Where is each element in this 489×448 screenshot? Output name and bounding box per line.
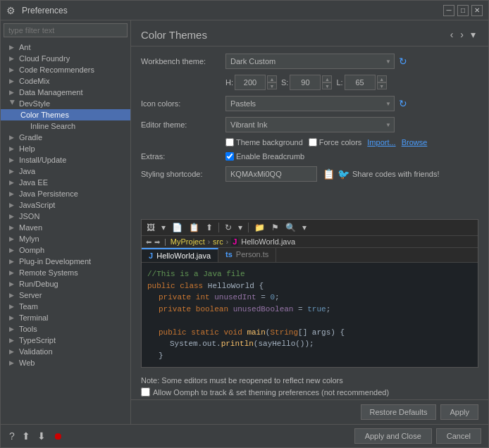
saturation-input[interactable] <box>290 75 321 90</box>
icon-colors-refresh-button[interactable]: ↻ <box>397 97 409 111</box>
sidebar-item-java-ee[interactable]: ▶ Java EE <box>1 177 130 188</box>
main-layout: ▶ Ant ▶ Cloud Foundry ▶ Code Recommender… <box>1 20 488 424</box>
record-icon[interactable]: ⏺ <box>51 429 64 443</box>
sidebar-item-web[interactable]: ▶ Web <box>1 357 130 368</box>
oomph-checkbox[interactable] <box>141 387 150 397</box>
export-icon[interactable]: ⬇ <box>36 429 47 443</box>
restore-defaults-button[interactable]: Restore Defaults <box>361 404 437 420</box>
nav-back-icon: ⬅ <box>146 238 151 246</box>
hue-down-button[interactable]: ▼ <box>267 82 277 89</box>
nav-dropdown-button[interactable]: ▾ <box>468 27 478 42</box>
light-down-button[interactable]: ▼ <box>377 82 387 89</box>
cancel-button[interactable]: Cancel <box>436 428 481 444</box>
sidebar-item-help[interactable]: ▶ Help <box>1 143 130 154</box>
sidebar-item-ant[interactable]: ▶ Ant <box>1 42 130 53</box>
sat-up-button[interactable]: ▲ <box>322 75 332 82</box>
sidebar-item-inline-search[interactable]: Inline Search <box>1 120 130 132</box>
sidebar-item-remote-systems[interactable]: ▶ Remote Systems <box>1 267 130 278</box>
workbench-theme-dropdown[interactable]: Dark Custom ▼ <box>225 54 395 69</box>
nav-chevron-2: › <box>226 238 228 246</box>
icon-colors-label: Icon colors: <box>141 99 225 108</box>
sidebar-item-json[interactable]: ▶ JSON <box>1 211 130 222</box>
tree-arrow: ▶ <box>9 55 16 62</box>
force-colors-checkbox[interactable] <box>309 138 317 147</box>
tb-dropdown-3[interactable]: ▾ <box>300 222 309 233</box>
hue-field: H: ▲ ▼ <box>225 75 277 90</box>
help-icon[interactable]: ? <box>8 429 16 443</box>
apply-button[interactable]: Apply <box>440 404 478 420</box>
chevron-down-icon: ▼ <box>385 122 391 128</box>
tb-btn-5[interactable]: ↻ <box>223 222 234 233</box>
form-area: Workbench theme: Dark Custom ▼ ↻ H: <box>131 46 488 219</box>
tb-btn-2[interactable]: 📄 <box>170 222 185 233</box>
workbench-theme-row: Workbench theme: Dark Custom ▼ ↻ <box>141 54 478 69</box>
nav-forward-button[interactable]: › <box>457 27 466 42</box>
sidebar-item-label: TypeScript <box>19 336 56 344</box>
sat-down-button[interactable]: ▼ <box>322 82 332 89</box>
hue-up-button[interactable]: ▲ <box>267 75 277 82</box>
tb-btn-6[interactable]: 📁 <box>252 222 267 233</box>
sidebar-item-java-persistence[interactable]: ▶ Java Persistence <box>1 188 130 199</box>
tb-dropdown-1[interactable]: ▾ <box>159 222 168 233</box>
sidebar-item-terminal[interactable]: ▶ Terminal <box>1 312 130 323</box>
theme-background-checkbox[interactable] <box>225 138 234 147</box>
sidebar-item-data-management[interactable]: ▶ Data Management <box>1 87 130 98</box>
apply-close-button[interactable]: Apply and Close <box>354 428 432 444</box>
import-button[interactable]: Import... <box>367 138 395 147</box>
sidebar-item-typescript[interactable]: ▶ TypeScript <box>1 335 130 346</box>
sidebar-item-java[interactable]: ▶ Java <box>1 166 130 177</box>
icon-colors-row: Icon colors: Pastels ▼ ↻ <box>141 96 478 111</box>
sidebar-item-oomph[interactable]: ▶ Oomph <box>1 244 130 256</box>
sidebar-item-tools[interactable]: ▶ Tools <box>1 323 130 335</box>
close-button[interactable]: ✕ <box>471 5 483 16</box>
tree-arrow: ▶ <box>9 213 16 220</box>
sidebar-item-cloud-foundry[interactable]: ▶ Cloud Foundry <box>1 53 130 64</box>
editor-theme-dropdown[interactable]: Vibrant Ink ▼ <box>225 117 395 132</box>
tb-btn-4[interactable]: ⬆ <box>204 222 215 233</box>
sidebar-item-label: Web <box>19 359 35 367</box>
tb-search-button[interactable]: 🔍 <box>283 222 298 233</box>
sidebar-item-label: Ant <box>19 43 31 51</box>
enable-breadcrumb-checkbox[interactable] <box>225 152 234 161</box>
workbench-refresh-button[interactable]: ↻ <box>397 54 409 68</box>
lightness-input[interactable] <box>345 75 376 90</box>
copy-shortcode-button[interactable]: 📋 <box>323 168 335 180</box>
tb-btn-7[interactable]: ⚑ <box>269 222 281 233</box>
browse-button[interactable]: Browse <box>402 138 428 147</box>
tree-arrow: ▶ <box>9 247 16 254</box>
shortcode-input[interactable] <box>225 166 317 182</box>
sidebar-item-run-debug[interactable]: ▶ Run/Debug <box>1 278 130 290</box>
import-icon[interactable]: ⬆ <box>20 429 32 443</box>
hue-input[interactable] <box>235 75 266 90</box>
filter-input[interactable] <box>4 23 128 37</box>
icon-colors-dropdown[interactable]: Pastels ▼ <box>225 96 395 111</box>
sidebar-item-javascript[interactable]: ▶ JavaScript <box>1 199 130 211</box>
sidebar-item-maven[interactable]: ▶ Maven <box>1 222 130 233</box>
light-up-button[interactable]: ▲ <box>377 75 387 82</box>
tb-btn-3[interactable]: 📋 <box>187 222 202 233</box>
tab-person[interactable]: ts Person.ts <box>218 248 276 262</box>
sidebar-item-label: Java <box>19 167 35 175</box>
sidebar-item-validation[interactable]: ▶ Validation <box>1 346 130 357</box>
minimize-button[interactable]: ─ <box>443 5 454 16</box>
sidebar-item-server[interactable]: ▶ Server <box>1 290 130 301</box>
sidebar-item-devstyle[interactable]: ▶ DevStyle <box>1 98 130 109</box>
sidebar-item-mylyn[interactable]: ▶ Mylyn <box>1 233 130 244</box>
sidebar-item-color-themes[interactable]: Color Themes <box>1 109 130 120</box>
code-line-5 <box>147 315 472 327</box>
sidebar-item-code-recommenders[interactable]: ▶ Code Recommenders <box>1 64 130 75</box>
sidebar-item-codemix[interactable]: ▶ CodeMix <box>1 75 130 87</box>
share-twitter-button[interactable]: 🐦 <box>338 168 349 180</box>
sidebar-item-gradle[interactable]: ▶ Gradle <box>1 132 130 143</box>
sidebar-item-plugin-development[interactable]: ▶ Plug-in Development <box>1 256 130 267</box>
tb-btn-1[interactable]: 🖼 <box>144 222 157 233</box>
tab-helloworld[interactable]: J HelloWorld.java <box>142 248 218 262</box>
maximize-button[interactable]: □ <box>457 5 469 16</box>
nav-back-button[interactable]: ‹ <box>447 27 457 42</box>
saturation-label: S: <box>281 78 288 87</box>
code-line-7: System.out.println(sayHello()); <box>147 338 472 350</box>
tree-arrow: ▶ <box>9 325 16 332</box>
tb-dropdown-2[interactable]: ▾ <box>236 222 244 233</box>
sidebar-item-install-update[interactable]: ▶ Install/Update <box>1 154 130 166</box>
sidebar-item-team[interactable]: ▶ Team <box>1 301 130 312</box>
